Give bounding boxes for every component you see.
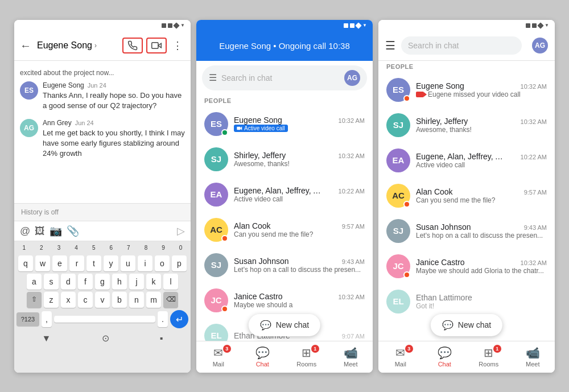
phone1-status-bar: ▼: [14, 20, 191, 31]
key-u[interactable]: u: [121, 255, 135, 271]
new-chat-icon: 💬: [442, 320, 453, 331]
new-chat-button[interactable]: 💬 New chat: [249, 314, 320, 336]
nav-rooms[interactable]: 1 ⊞ Rooms: [284, 344, 329, 370]
nav-mail[interactable]: 3 ✉ Mail: [378, 344, 423, 370]
key-w[interactable]: w: [35, 255, 50, 271]
key-a[interactable]: a: [27, 274, 42, 290]
back-button[interactable]: ←: [20, 39, 31, 52]
key-s[interactable]: s: [44, 274, 59, 290]
phone3-status-bar: ▼: [378, 20, 555, 31]
key-e[interactable]: e: [52, 255, 67, 271]
rooms-icon: ⊞: [484, 346, 493, 360]
chat-item[interactable]: JC Janice Castro 10:32 AM Maybe we shoul…: [378, 249, 555, 284]
message-time: 10:32 AM: [339, 117, 365, 124]
key-h[interactable]: h: [112, 274, 127, 290]
key-z[interactable]: z: [44, 292, 59, 308]
nav-home-icon[interactable]: ⊙: [102, 333, 109, 344]
search-input[interactable]: Search in chat: [221, 73, 340, 82]
nav-chat[interactable]: 💬 Chat: [423, 344, 467, 370]
compose-bar: @ 🖼 📷 📎 ▷: [14, 221, 191, 241]
message-date: Jun 24: [75, 119, 94, 126]
key-t[interactable]: t: [86, 255, 101, 271]
shift-key[interactable]: ⇧: [27, 292, 42, 308]
key-b[interactable]: b: [112, 292, 127, 308]
key-q[interactable]: q: [18, 255, 33, 271]
chat-item[interactable]: SJ Susan Johnson 9:43 AM Let's hop on a …: [196, 247, 373, 283]
chat-item-info: Alan Cook 9:57 AM Can you send me the fi…: [234, 221, 365, 238]
chat-item[interactable]: SJ Susan Johnson 9:43 AM Let's hop on a …: [378, 213, 555, 249]
symbols-key[interactable]: ?123: [17, 312, 39, 326]
key-j[interactable]: j: [129, 274, 144, 290]
comma-key[interactable]: ,: [42, 311, 52, 327]
search-bar[interactable]: Search in chat: [401, 36, 522, 55]
chat-item[interactable]: SJ Shirley, Jeffery 10:32 AM Awesome, th…: [196, 142, 373, 177]
chat-item[interactable]: SJ Shirley, Jeffery 10:32 AM Awesome, th…: [378, 108, 555, 143]
user-avatar[interactable]: AG: [344, 70, 360, 86]
chat-item[interactable]: EA Eugene, Alan, Jeffrey, Ama... 10:22 A…: [196, 177, 373, 212]
new-chat-button[interactable]: 💬 New chat: [431, 314, 502, 336]
search-bar[interactable]: ☰ Search in chat AG: [202, 65, 367, 90]
user-avatar[interactable]: AG: [532, 38, 548, 53]
online-status-dot: [221, 129, 228, 136]
contact-name: Shirley, Jeffery: [416, 117, 468, 126]
nav-mail[interactable]: 3 ✉ Mail: [196, 344, 241, 370]
voice-call-button[interactable]: [122, 38, 143, 53]
key-v[interactable]: v: [95, 292, 110, 308]
svg-marker-0: [158, 43, 161, 48]
chat-item-info: Susan Johnson 9:43 AM Let's hop on a cal…: [416, 222, 547, 240]
key-g[interactable]: g: [95, 274, 110, 290]
nav-square-icon[interactable]: ▪: [160, 333, 163, 344]
message-time: 10:32 AM: [521, 118, 547, 125]
contact-name: Eugene Song: [234, 115, 282, 125]
key-y[interactable]: y: [104, 255, 118, 271]
chat-item[interactable]: ES Eugene Song 10:32 AM Eugene missed yo…: [378, 72, 555, 108]
key-c[interactable]: c: [78, 292, 93, 308]
key-f[interactable]: f: [78, 274, 93, 290]
attach-icon[interactable]: 📎: [67, 225, 79, 237]
nav-rooms[interactable]: 1 ⊞ Rooms: [467, 344, 511, 370]
rooms-icon: ⊞: [302, 346, 311, 360]
image-icon[interactable]: 🖼: [35, 225, 45, 237]
contact-name: Janice Castro: [416, 258, 465, 267]
new-chat-label: New chat: [276, 320, 309, 329]
key-x[interactable]: x: [61, 292, 76, 308]
hamburger-icon[interactable]: ☰: [385, 39, 395, 52]
key-m[interactable]: m: [146, 292, 161, 308]
key-r[interactable]: r: [69, 255, 84, 271]
key-o[interactable]: o: [155, 255, 170, 271]
key-k[interactable]: k: [146, 274, 161, 290]
hamburger-menu-icon[interactable]: ☰: [209, 72, 217, 83]
mention-icon[interactable]: @: [20, 225, 30, 237]
message-time: 9:07 AM: [342, 333, 365, 340]
chat-item[interactable]: ES Eugene Song 10:32 AM Active video cal…: [196, 106, 373, 142]
key-d[interactable]: d: [61, 274, 76, 290]
chat-item-info: Shirley, Jeffery 10:32 AM Awesome, thank…: [416, 117, 547, 134]
camera-icon[interactable]: 📷: [50, 225, 62, 237]
enter-key[interactable]: ↵: [170, 310, 188, 328]
contact-avatar: EL: [386, 290, 410, 313]
chat-item[interactable]: JC Janice Castro 10:32 AM Maybe we shoul…: [196, 283, 373, 318]
period-key[interactable]: .: [158, 311, 168, 327]
key-p[interactable]: p: [172, 255, 187, 271]
send-button[interactable]: ▷: [177, 225, 185, 237]
video-call-button[interactable]: [146, 38, 167, 53]
more-options-button[interactable]: ⋮: [170, 39, 185, 52]
key-i[interactable]: i: [138, 255, 152, 271]
nav-meet[interactable]: 📹 Meet: [329, 344, 373, 370]
nav-down-icon[interactable]: ▼: [42, 333, 51, 344]
space-key[interactable]: [54, 316, 155, 323]
key-n[interactable]: n: [129, 292, 144, 308]
signal-icon: [526, 23, 530, 28]
message-time: 10:32 AM: [339, 294, 365, 300]
chat-item[interactable]: AC Alan Cook 9:57 AM Can you send me the…: [196, 212, 373, 247]
chat-item[interactable]: EA Eugene, Alan, Jeffrey, Ama... 10:22 A…: [378, 143, 555, 178]
nav-meet[interactable]: 📹 Meet: [511, 344, 555, 370]
message-text: Let me get back to you shortly, I think …: [43, 128, 185, 159]
chat-item[interactable]: AC Alan Cook 9:57 AM Can you send me the…: [378, 178, 555, 213]
nav-chat[interactable]: 💬 Chat: [241, 344, 285, 370]
search-input[interactable]: Search in chat: [408, 41, 515, 50]
key-l[interactable]: l: [163, 274, 178, 290]
volume-icon: ▼: [545, 23, 549, 28]
backspace-key[interactable]: ⌫: [163, 292, 178, 308]
volume-icon: ▼: [180, 23, 185, 28]
